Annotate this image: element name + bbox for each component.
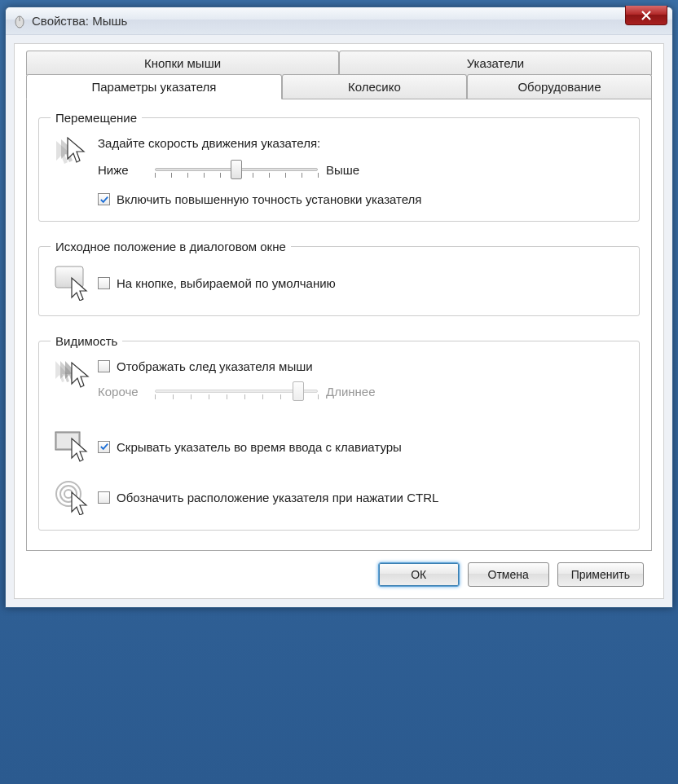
tab-panel-pointer-options: Перемещение Задайте скорость движения ук… <box>26 99 652 551</box>
close-button[interactable] <box>625 6 667 25</box>
pointer-speed-slow-label: Ниже <box>98 163 147 177</box>
dialog-window: Свойства: Мышь Кнопки мыши Указатели Пар… <box>5 7 673 608</box>
snap-to-checkbox[interactable] <box>98 277 110 289</box>
tabs-row-2: Параметры указателя Колесико Оборудовани… <box>21 74 657 99</box>
apply-button[interactable]: Применить <box>557 562 644 587</box>
pointer-trails-slider[interactable] <box>155 380 318 403</box>
close-icon <box>641 11 652 20</box>
titlebar: Свойства: Мышь <box>6 7 672 35</box>
group-visibility-legend: Видимость <box>51 334 122 348</box>
tab-pointers[interactable]: Указатели <box>339 51 652 75</box>
mouse-icon <box>12 14 27 29</box>
hide-pointer-label: Скрывать указатель во время ввода с клав… <box>117 440 402 454</box>
cancel-button[interactable]: Отмена <box>468 562 549 587</box>
window-title: Свойства: Мышь <box>32 14 127 28</box>
locate-pointer-label: Обозначить расположение указателя при на… <box>117 491 438 504</box>
snap-to-label: На кнопке, выбираемой по умолчанию <box>117 276 336 290</box>
pointer-trails-checkbox[interactable] <box>98 360 110 372</box>
snap-to-icon <box>51 265 98 301</box>
group-snap-to: Исходное положение в диалоговом окне На … <box>38 240 640 316</box>
group-motion: Перемещение Задайте скорость движения ук… <box>38 111 640 222</box>
trails-short-label: Короче <box>98 385 147 399</box>
tab-buttons[interactable]: Кнопки мыши <box>26 51 339 75</box>
group-snap-to-legend: Исходное положение в диалоговом окне <box>51 240 291 253</box>
locate-pointer-icon <box>51 479 98 515</box>
enhance-precision-label: Включить повышенную точность установки у… <box>117 192 422 206</box>
enhance-precision-checkbox[interactable] <box>98 193 110 205</box>
group-motion-legend: Перемещение <box>51 111 142 125</box>
trails-long-label: Длиннее <box>326 385 376 399</box>
pointer-speed-label: Задайте скорость движения указателя: <box>98 136 627 150</box>
dialog-buttons: ОК Отмена Применить <box>21 551 657 587</box>
tab-wheel[interactable]: Колесико <box>282 74 467 99</box>
tabs-row-1: Кнопки мыши Указатели <box>21 51 657 75</box>
client-area: Кнопки мыши Указатели Параметры указател… <box>14 43 664 599</box>
pointer-speed-slider[interactable] <box>155 158 318 181</box>
group-visibility: Видимость Отображать след ука <box>38 334 640 531</box>
hide-pointer-icon <box>51 430 98 463</box>
pointer-trails-label: Отображать след указателя мыши <box>117 359 313 373</box>
ok-button[interactable]: ОК <box>378 562 460 587</box>
pointer-speed-icon <box>51 136 98 170</box>
tab-pointer-options[interactable]: Параметры указателя <box>26 74 282 99</box>
tab-hardware[interactable]: Оборудование <box>467 74 652 99</box>
hide-pointer-checkbox[interactable] <box>98 441 110 453</box>
pointer-trails-icon <box>51 359 98 394</box>
pointer-speed-fast-label: Выше <box>326 163 375 177</box>
locate-pointer-checkbox[interactable] <box>98 491 110 504</box>
